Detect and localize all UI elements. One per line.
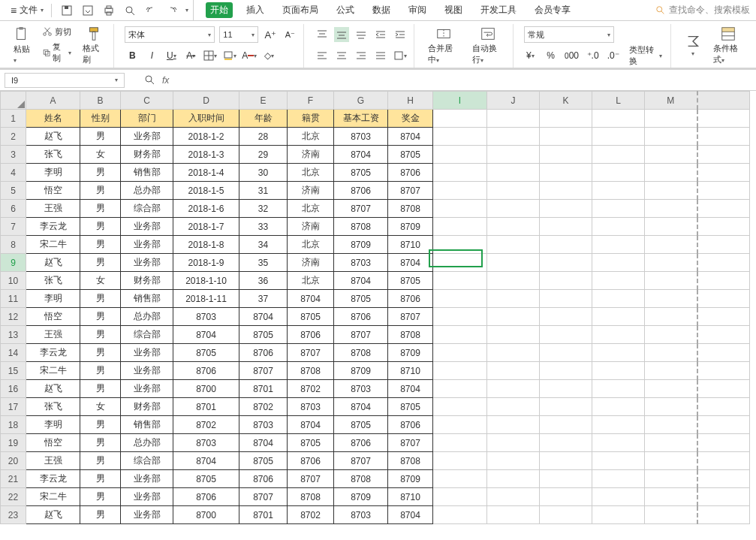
cell-I16[interactable] <box>433 380 487 398</box>
cell-J23[interactable] <box>487 506 540 524</box>
cell-M16[interactable] <box>645 380 697 398</box>
row-header-14[interactable]: 14 <box>1 344 26 362</box>
cell-H9[interactable]: 8704 <box>388 254 433 272</box>
cell-E20[interactable]: 8705 <box>239 452 288 470</box>
cell-H20[interactable]: 8708 <box>388 452 433 470</box>
cell-L10[interactable] <box>592 272 645 290</box>
cell-H22[interactable]: 8710 <box>388 488 433 506</box>
cell-A22[interactable]: 宋二牛 <box>26 488 80 506</box>
paste-button[interactable]: 粘贴▾ <box>11 24 34 66</box>
cell-J1[interactable] <box>487 110 540 128</box>
cell-K18[interactable] <box>540 416 592 434</box>
cell-C19[interactable]: 总办部 <box>121 434 173 452</box>
cell-A18[interactable]: 李明 <box>26 416 80 434</box>
cell-J10[interactable] <box>487 272 540 290</box>
cell-M17[interactable] <box>645 398 697 416</box>
cell-extra-19[interactable] <box>697 434 750 452</box>
auto-wrap-button[interactable]: 自动换行▾ <box>469 24 507 66</box>
cell-C5[interactable]: 总办部 <box>121 182 173 200</box>
cell-J14[interactable] <box>487 344 540 362</box>
undo-icon[interactable] <box>143 3 158 18</box>
cell-E6[interactable]: 32 <box>239 200 288 218</box>
cell-K11[interactable] <box>540 290 592 308</box>
cell-D17[interactable]: 8701 <box>173 398 239 416</box>
cell-G4[interactable]: 8705 <box>334 164 388 182</box>
cell-M10[interactable] <box>645 272 697 290</box>
align-middle-icon[interactable] <box>334 27 349 42</box>
cut-button[interactable]: 剪切 <box>40 26 74 38</box>
align-left-icon[interactable] <box>315 48 330 63</box>
cell-F13[interactable]: 8706 <box>288 326 334 344</box>
col-header-C[interactable]: C <box>121 92 173 110</box>
cell-L5[interactable] <box>592 182 645 200</box>
cell-B5[interactable]: 男 <box>80 182 121 200</box>
cell-H13[interactable]: 8708 <box>388 326 433 344</box>
cell-H6[interactable]: 8708 <box>388 200 433 218</box>
cell-I14[interactable] <box>433 344 487 362</box>
underline-button[interactable]: U▾ <box>164 48 179 63</box>
cell-A10[interactable]: 张飞 <box>26 272 80 290</box>
cell-extra-4[interactable] <box>697 164 750 182</box>
cell-extra-1[interactable] <box>697 110 750 128</box>
cell-A15[interactable]: 宋二牛 <box>26 362 80 380</box>
cell-K8[interactable] <box>540 236 592 254</box>
tab-insert[interactable]: 插入 <box>242 2 269 18</box>
cell-J18[interactable] <box>487 416 540 434</box>
cell-I20[interactable] <box>433 452 487 470</box>
comma-icon[interactable]: 000 <box>565 48 579 63</box>
cell-B7[interactable]: 男 <box>80 218 121 236</box>
row-header-3[interactable]: 3 <box>1 146 26 164</box>
cell-A19[interactable]: 悟空 <box>26 434 80 452</box>
cell-B19[interactable]: 男 <box>80 434 121 452</box>
search-box[interactable]: 查找命令、搜索模板 <box>655 4 750 17</box>
cell-M20[interactable] <box>645 452 697 470</box>
cell-B10[interactable]: 女 <box>80 272 121 290</box>
cell-E3[interactable]: 29 <box>239 146 288 164</box>
cell-A12[interactable]: 悟空 <box>26 308 80 326</box>
cell-H4[interactable]: 8706 <box>388 164 433 182</box>
cell-I15[interactable] <box>433 362 487 380</box>
cell-G17[interactable]: 8704 <box>334 398 388 416</box>
tab-page-layout[interactable]: 页面布局 <box>278 2 323 18</box>
cell-C20[interactable]: 综合部 <box>121 452 173 470</box>
cell-L3[interactable] <box>592 146 645 164</box>
cell-C9[interactable]: 业务部 <box>121 254 173 272</box>
cell-C1[interactable]: 部门 <box>121 110 173 128</box>
cell-G21[interactable]: 8708 <box>334 470 388 488</box>
cell-F22[interactable]: 8708 <box>288 488 334 506</box>
cell-L4[interactable] <box>592 164 645 182</box>
cell-M12[interactable] <box>645 308 697 326</box>
cell-E15[interactable]: 8707 <box>239 362 288 380</box>
cell-E4[interactable]: 30 <box>239 164 288 182</box>
cell-F18[interactable]: 8704 <box>288 416 334 434</box>
cell-L8[interactable] <box>592 236 645 254</box>
cell-K3[interactable] <box>540 146 592 164</box>
row-header-5[interactable]: 5 <box>1 182 26 200</box>
cell-J20[interactable] <box>487 452 540 470</box>
cell-M21[interactable] <box>645 470 697 488</box>
autosum-button[interactable]: ▾ <box>682 24 704 66</box>
cell-J11[interactable] <box>487 290 540 308</box>
copy-button[interactable]: 复制▾ <box>40 41 74 65</box>
cell-A1[interactable]: 姓名 <box>26 110 80 128</box>
cell-G13[interactable]: 8707 <box>334 326 388 344</box>
cell-E1[interactable]: 年龄 <box>239 110 288 128</box>
cell-E13[interactable]: 8705 <box>239 326 288 344</box>
cell-C17[interactable]: 财务部 <box>121 398 173 416</box>
cell-H7[interactable]: 8709 <box>388 218 433 236</box>
cell-B11[interactable]: 男 <box>80 290 121 308</box>
conditional-format-button[interactable]: 条件格式▾ <box>710 24 745 66</box>
cell-A8[interactable]: 宋二牛 <box>26 236 80 254</box>
col-header-A[interactable]: A <box>26 92 80 110</box>
cell-I1[interactable] <box>433 110 487 128</box>
cell-D4[interactable]: 2018-1-4 <box>173 164 239 182</box>
tab-view[interactable]: 视图 <box>440 2 467 18</box>
cell-F1[interactable]: 籍贯 <box>288 110 334 128</box>
cell-K6[interactable] <box>540 200 592 218</box>
cell-C18[interactable]: 销售部 <box>121 416 173 434</box>
cell-C10[interactable]: 财务部 <box>121 272 173 290</box>
cell-K23[interactable] <box>540 506 592 524</box>
cell-E14[interactable]: 8706 <box>239 344 288 362</box>
cell-extra-2[interactable] <box>697 128 750 146</box>
cell-J5[interactable] <box>487 182 540 200</box>
